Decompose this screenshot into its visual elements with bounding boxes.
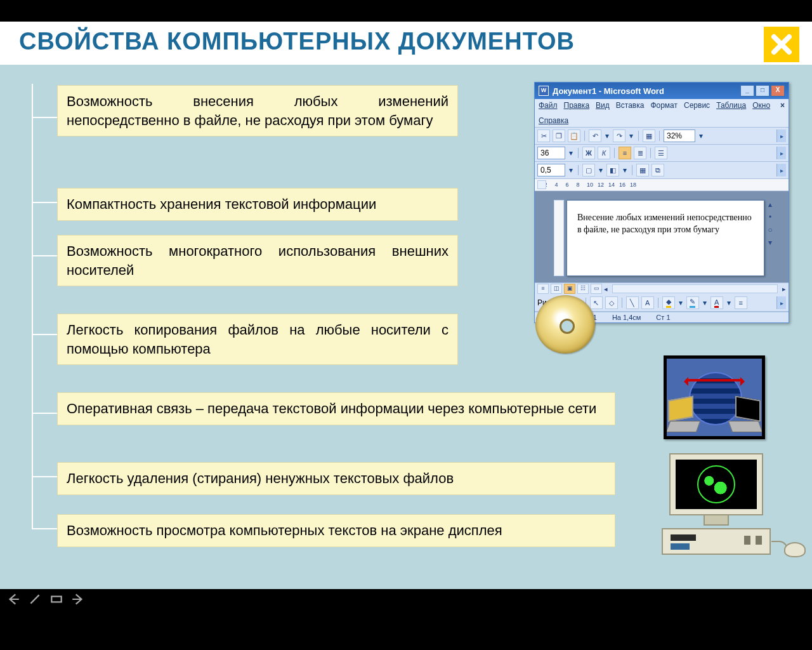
menu-format[interactable]: Формат [650,101,678,110]
line-color-icon[interactable]: ✎ [686,296,699,309]
menu-view[interactable]: Вид [596,101,610,110]
reading-view-icon[interactable]: ▭ [591,284,602,294]
menu-table[interactable]: Таблица [716,101,746,110]
toolbar-overflow-icon[interactable]: ▸ [776,147,786,159]
slide-title: СВОЙСТВА КОМПЬЮТЕРНЫХ ДОКУМЕНТОВ [19,28,575,55]
toolbar-format[interactable]: 36▾ Ж К ≡ ≣ ☰ ▸ [535,145,789,162]
slide-body: Возможность внесения любых изменений неп… [0,65,812,589]
bullet-5: Оперативная связь – передача текстовой и… [57,392,615,425]
menu-button[interactable] [49,592,63,606]
scroll-up-icon[interactable]: ▴ [768,200,772,209]
view-switch-bar[interactable]: ≡ ◫ ▣ ☷ ▭ ◂ ▸ [535,282,789,295]
line-icon[interactable]: ╲ [626,296,639,309]
svg-rect-3 [51,597,61,602]
bullet-4: Легкость копирования файлов на любые нос… [57,314,458,365]
computer-clipart [656,453,776,555]
normal-view-icon[interactable]: ≡ [537,284,549,294]
menu-close-button[interactable]: × [780,101,785,110]
network-clipart [664,355,765,439]
bullet-1: Возможность внесения любых изменений неп… [57,85,458,136]
align-center-icon[interactable]: ≣ [634,147,646,159]
cd-disc-image [535,295,595,354]
italic-button[interactable]: К [598,147,610,159]
document-page[interactable]: Внесение любых изменений непосредственно… [566,200,764,276]
line-weight-icon[interactable]: ≡ [735,296,747,309]
window-close-button[interactable]: X [771,85,785,96]
bullets-icon[interactable]: ☰ [655,147,667,159]
fill-color-icon[interactable]: ◆ [662,296,675,309]
document-area: Внесение любых изменений непосредственно… [535,191,789,282]
menu-help[interactable]: Справка [539,116,568,125]
zoom-field[interactable]: 32% [664,129,695,142]
next-slide-button[interactable] [71,592,85,606]
ruler-vertical[interactable] [554,200,564,276]
letterbox-top [0,0,812,22]
ruler-horizontal[interactable]: 2 4 6 8 10 12 14 16 18 [535,179,789,191]
menu-file[interactable]: Файл [539,101,558,110]
paste-icon[interactable]: 📋 [568,129,580,142]
border-icon[interactable]: ▢ [582,164,595,176]
h-scrollbar[interactable] [612,284,778,293]
maximize-button[interactable]: □ [756,85,769,96]
close-button[interactable] [764,27,799,62]
align-left-icon[interactable]: ≡ [619,147,631,159]
close-icon [769,32,794,57]
tab-well-icon[interactable] [537,180,546,189]
bullet-3: Возможность многократного использования … [57,235,458,286]
svg-line-2 [30,595,39,603]
menu-window[interactable]: Окно [752,101,770,110]
toolbar-overflow-icon[interactable]: ▸ [776,164,786,176]
toolbar-overflow-icon[interactable]: ▸ [776,296,786,309]
indent-field[interactable]: 0,5 [537,164,565,176]
copy-icon[interactable]: ❐ [553,129,565,142]
bullet-2: Компактность хранения текстовой информац… [57,188,458,221]
toolbar-standard[interactable]: ✂ ❐ 📋 ↶▾ ↷▾ ▦ 32%▾ ▸ [535,128,789,145]
pen-tool-button[interactable] [28,592,42,606]
menu-insert[interactable]: Вставка [616,101,645,110]
outline-view-icon[interactable]: ☷ [577,284,589,294]
scroll-down-icon[interactable]: ▾ [768,238,772,247]
menu-edit[interactable]: Правка [564,101,590,110]
scroll-right-icon[interactable]: ▸ [782,285,786,293]
bullet-7: Возможность просмотра компьютерных текст… [57,514,615,547]
undo-icon[interactable]: ↶ [589,129,601,142]
web-view-icon[interactable]: ◫ [551,284,562,294]
minimize-button[interactable]: _ [740,85,754,96]
textbox-icon[interactable]: A [641,296,654,309]
word-title-text: Документ1 - Microsoft Word [553,86,664,96]
word-screenshot: W Документ1 - Microsoft Word _ □ X Файл … [534,82,789,323]
font-color-icon[interactable]: A [710,296,723,309]
table-icon[interactable]: ▦ [643,129,655,142]
bold-button[interactable]: Ж [582,147,595,159]
autoshapes-icon[interactable]: ◇ [605,296,618,309]
bullet-6: Легкость удаления (стирания) ненужных те… [57,462,615,495]
shading-icon[interactable]: ◧ [606,164,619,176]
cut-icon[interactable]: ✂ [537,129,550,142]
prev-slide-button[interactable] [6,592,20,606]
merge-icon[interactable]: ⧉ [652,164,664,176]
word-titlebar: W Документ1 - Microsoft Word _ □ X [535,83,789,99]
word-app-icon: W [539,86,549,96]
scroll-left-icon[interactable]: ◂ [604,285,608,293]
toolbar-tables[interactable]: 0,5▾ ▢▾ ◧▾ ▦ ⧉ ▸ [535,162,789,179]
menu-tools[interactable]: Сервис [684,101,710,110]
print-view-icon[interactable]: ▣ [564,284,575,294]
fontsize-field[interactable]: 36 [537,147,565,159]
insert-table-icon[interactable]: ▦ [636,164,649,176]
select-icon[interactable]: ↖ [590,296,603,309]
redo-icon[interactable]: ↷ [613,129,625,142]
viewer-navbar [0,589,812,609]
toolbar-overflow-icon[interactable]: ▸ [776,129,786,142]
word-menubar[interactable]: Файл Правка Вид Вставка Формат Сервис Та… [535,99,789,128]
